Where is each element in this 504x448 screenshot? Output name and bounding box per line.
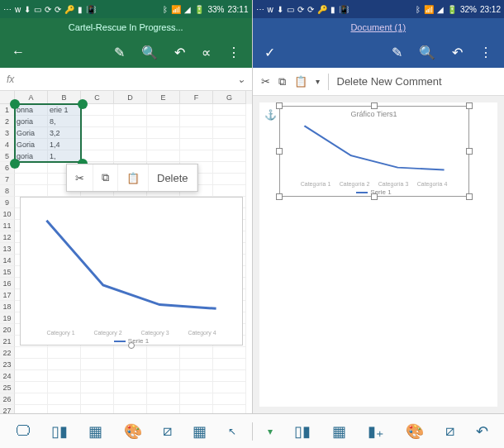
collapse-icon[interactable]: ▾ (268, 426, 273, 437)
cell[interactable] (180, 347, 213, 359)
cell[interactable] (15, 162, 48, 174)
cell[interactable] (15, 382, 48, 393)
cell[interactable] (213, 150, 246, 162)
cell[interactable] (114, 347, 147, 359)
cell[interactable] (15, 185, 48, 197)
chart-resize-handle[interactable] (276, 102, 283, 109)
cell[interactable] (213, 393, 246, 405)
cell[interactable] (147, 370, 180, 382)
cell[interactable] (81, 347, 114, 359)
cell[interactable] (15, 359, 48, 370)
row-header[interactable]: 18 (0, 301, 15, 312)
cell[interactable] (48, 382, 81, 393)
cell[interactable] (48, 393, 81, 405)
chevron-down-icon[interactable]: ⌄ (237, 74, 245, 85)
delete-new-comment-button[interactable]: Delete New Comment (337, 75, 442, 88)
cell[interactable] (114, 405, 147, 413)
back-icon[interactable]: ← (12, 45, 25, 60)
row-header[interactable]: 11 (0, 220, 15, 231)
share-icon[interactable]: ∝ (202, 45, 211, 60)
palette-icon[interactable]: 🎨 (406, 422, 424, 441)
row-header[interactable]: 15 (0, 266, 15, 278)
cell[interactable] (147, 393, 180, 405)
selection-handle[interactable] (10, 99, 20, 109)
cell[interactable] (81, 359, 114, 370)
selection-handle[interactable] (10, 159, 20, 169)
chart-edit-icon[interactable]: ⧄ (445, 422, 454, 440)
row-header[interactable]: 16 (0, 278, 15, 289)
cell[interactable] (81, 382, 114, 393)
cell[interactable] (15, 405, 48, 413)
cut-button[interactable]: ✂ (67, 164, 93, 191)
chevron-down-icon[interactable]: ▾ (316, 77, 320, 86)
cell[interactable] (114, 393, 147, 405)
cell[interactable] (147, 382, 180, 393)
table-icon[interactable]: ▦ (332, 422, 346, 441)
cell[interactable] (213, 104, 246, 116)
cell[interactable] (213, 174, 246, 185)
excel-chart[interactable]: Category 1 Category 2 Category 3 Categor… (20, 197, 243, 346)
cell[interactable] (180, 104, 213, 116)
cell[interactable] (114, 104, 147, 116)
row-header[interactable]: 10 (0, 208, 15, 220)
undo-icon[interactable]: ↶ (476, 422, 488, 441)
chart-column-icon[interactable]: ▯▮ (51, 422, 68, 441)
row-header[interactable]: 20 (0, 324, 15, 336)
cell[interactable] (147, 359, 180, 370)
cell[interactable] (213, 127, 246, 139)
cell[interactable] (114, 382, 147, 393)
chart-add-icon[interactable]: ▮₊ (368, 422, 384, 441)
row-header[interactable]: 22 (0, 347, 15, 359)
pen-icon[interactable]: ✎ (392, 45, 402, 60)
cell[interactable] (81, 405, 114, 413)
row-header[interactable]: 23 (0, 359, 15, 370)
pen-icon[interactable]: ✎ (114, 45, 125, 60)
copy-button[interactable]: ⧉ (278, 75, 286, 88)
row-header[interactable]: 14 (0, 255, 15, 266)
chart-resize-handle[interactable] (466, 102, 473, 109)
formula-bar[interactable]: fx ⌄ (0, 68, 252, 91)
col-header[interactable]: B (48, 91, 81, 104)
cell[interactable] (15, 347, 48, 359)
row-header[interactable]: 3 (0, 127, 15, 139)
cell[interactable] (114, 139, 147, 150)
cell[interactable] (81, 393, 114, 405)
row-header[interactable]: 8 (0, 185, 15, 197)
cell[interactable] (114, 370, 147, 382)
col-header[interactable]: A (15, 91, 48, 104)
cell[interactable] (213, 359, 246, 370)
cell-selection[interactable] (14, 103, 82, 163)
chart-resize-handle[interactable] (128, 342, 135, 349)
chart-column-icon[interactable]: ▯▮ (294, 422, 311, 441)
cell[interactable] (180, 393, 213, 405)
cell[interactable] (180, 382, 213, 393)
cell[interactable] (15, 393, 48, 405)
cell[interactable] (15, 370, 48, 382)
cell[interactable] (213, 139, 246, 150)
cut-button[interactable]: ✂ (261, 75, 270, 88)
cell[interactable] (213, 405, 246, 413)
cell[interactable] (48, 405, 81, 413)
row-header[interactable]: 26 (0, 393, 15, 405)
cell[interactable] (147, 104, 180, 116)
expand-icon[interactable]: ↖ (228, 426, 236, 437)
cell[interactable] (180, 405, 213, 413)
cell[interactable] (114, 116, 147, 127)
cell[interactable] (147, 116, 180, 127)
table-icon[interactable]: ▦ (88, 422, 102, 441)
cell[interactable] (48, 347, 81, 359)
cell[interactable] (180, 150, 213, 162)
spreadsheet-area[interactable]: A B C D E F G 1onnaerie 12goria8,3Goria3… (0, 91, 252, 413)
word-title-bar[interactable]: Document (1) (253, 18, 505, 36)
row-header[interactable]: 12 (0, 231, 15, 243)
row-header[interactable]: 25 (0, 382, 15, 393)
delete-button[interactable]: Delete (149, 164, 197, 191)
paste-button[interactable]: 📋 (294, 75, 307, 88)
cell[interactable] (180, 139, 213, 150)
cell[interactable] (213, 116, 246, 127)
word-document-area[interactable]: ⚓ Gráfico Tiers1 Categoría 1 Categoría 2… (253, 96, 505, 413)
chart-edit-icon[interactable]: ⧄ (163, 422, 172, 440)
undo-icon[interactable]: ↶ (452, 45, 463, 60)
excel-title-bar[interactable]: Cartel-Rescue In Progress... (0, 18, 252, 36)
row-header[interactable]: 27 (0, 405, 15, 413)
